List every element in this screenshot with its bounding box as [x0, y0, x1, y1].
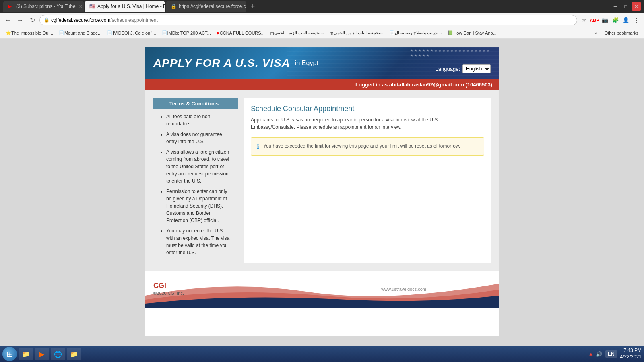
terms-item-3: A visa allows a foreign citizen coming f… [166, 148, 231, 185]
windows-icon: ⊞ [6, 349, 13, 359]
bookmark-arabic1-icon: m [270, 31, 274, 35]
tab-cgi[interactable]: 🔒 https://cgifederal.secure.force.co... … [166, 1, 246, 12]
info-box: ℹ You have exceeded the limit for viewin… [251, 137, 484, 156]
bookmark-imdb-label: IMDb: TOP 200 ACT... [167, 31, 211, 35]
cgi-favicon: 🔒 [171, 4, 176, 9]
taskbar-right: 🔺 🔊 EN 7:43 PM 4/22/2021 [588, 348, 642, 360]
footer-wave-svg [145, 272, 499, 308]
taskbar-folder[interactable]: 📁 [67, 348, 81, 360]
bookmark-arabic1-label: تجمعية الباب الزمن الجمي... [274, 30, 324, 35]
schedule-description: Applicants for U.S. visas are required t… [251, 116, 484, 131]
bookmark-arabic3-icon: 📄 [389, 30, 395, 35]
taskbar-language[interactable]: EN [605, 350, 617, 358]
footer-content: CGI ©2020 CGI Inc. [153, 282, 184, 296]
bookmark-howcan[interactable]: 📗 How Can I Stay Ano... [445, 29, 499, 37]
forward-button[interactable]: → [15, 15, 25, 25]
bookmark-arabic3[interactable]: 📄 تدريب واصلاح وصيانه ال... [387, 29, 444, 37]
terms-item-2: A visa does not guarantee entry into the… [166, 131, 231, 145]
tab-youtube-close[interactable]: ✕ [79, 4, 83, 9]
nav-actions: ☆ ABP 📷 🧩 👤 ⋮ [580, 16, 641, 25]
profile-icon[interactable]: 👤 [621, 16, 630, 25]
refresh-button[interactable]: ↻ [27, 15, 37, 25]
media-icon: ▶ [38, 350, 46, 358]
bookmark-ccna[interactable]: ▶ CCNA FULL COURS... [214, 29, 267, 37]
tab-visa-label: Apply for a U.S. Visa | Home - Eg... [97, 4, 165, 9]
bookmark-impossible-icon: ⭐ [6, 30, 11, 35]
bookmark-imdb[interactable]: 📄 IMDb: TOP 200 ACT... [159, 29, 213, 37]
abp-icon[interactable]: ABP [590, 16, 599, 25]
language-label: Language: [436, 66, 460, 72]
close-button[interactable]: ✕ [632, 2, 641, 11]
main-content: Terms & Conditions : All fees paid are n… [145, 90, 499, 272]
language-selector: Language: English [436, 64, 491, 73]
bookmark-cole-icon: 📄 [107, 30, 113, 35]
right-panel: Schedule Consular Appointment Applicants… [244, 98, 491, 263]
tab-visa[interactable]: 🇺🇸 Apply for a U.S. Visa | Home - Eg... … [85, 1, 165, 12]
page-container: ★★★★★ ★★★★★ ★★★★★ ★★★★★ ★★★★★ APPLY FOR … [145, 47, 499, 336]
new-tab-button[interactable]: + [247, 1, 258, 12]
taskbar-explorer[interactable]: 📁 [19, 348, 33, 360]
other-bookmarks[interactable]: Other bookmarks [602, 29, 641, 37]
site-footer: CGI ©2020 CGI Inc. www.ustraveldocs.com [145, 272, 499, 308]
menu-icon[interactable]: ⋮ [632, 16, 641, 25]
chrome-icon: 🌐 [54, 350, 62, 358]
bookmark-imdb-icon: 📄 [162, 30, 167, 35]
footer-copyright: ©2020 CGI Inc. [153, 291, 184, 296]
footer-url: www.ustraveldocs.com [381, 287, 426, 292]
bookmarks-bar: ⭐ The Impossible Qui... 📄 Mount and Blad… [0, 27, 644, 39]
bookmark-arabic2-label: تجمعية الباب الزمن الجمي... [334, 30, 384, 35]
bookmark-arabic2[interactable]: m تجمعية الباب الزمن الجمي... [327, 29, 386, 37]
folder-icon: 📁 [70, 350, 78, 358]
taskbar-media[interactable]: ▶ [35, 348, 49, 360]
extensions-icon[interactable]: 🧩 [611, 16, 620, 25]
taskbar-system-icons: 🔺 🔊 [588, 351, 602, 357]
terms-item-4: Permission to enter can only be given by… [166, 188, 231, 224]
maximize-button[interactable]: □ [621, 2, 630, 11]
site-title: APPLY FOR A U.S. VISA [153, 57, 290, 70]
bookmark-howcan-label: How Can I Stay Ano... [453, 31, 497, 35]
terms-header: Terms & Conditions : [153, 98, 238, 109]
bookmark-howcan-icon: 📗 [448, 30, 453, 35]
tab-youtube[interactable]: ▶ (3) Subscriptions - YouTube ✕ [3, 1, 84, 12]
browser-chrome: ▶ (3) Subscriptions - YouTube ✕ 🇺🇸 Apply… [0, 0, 644, 39]
taskbar-clock: 7:43 PM 4/22/2021 [620, 348, 642, 360]
more-bookmarks-button[interactable]: » [592, 29, 600, 37]
logged-in-bar: Logged in as abdallah.raslan92@gmail.com… [145, 79, 499, 90]
bookmark-arabic2-icon: m [330, 31, 333, 35]
language-dropdown[interactable]: English [462, 64, 491, 73]
terms-item-1: All fees paid are non-refundable. [166, 113, 231, 128]
bookmark-mountblade-icon: 📄 [59, 30, 64, 35]
minimize-button[interactable]: ─ [611, 2, 620, 11]
tab-youtube-label: (3) Subscriptions - YouTube [16, 4, 76, 9]
bookmark-cole[interactable]: 📄 [VIDEO] J. Cole on '... [105, 29, 158, 37]
window-controls: ─ □ ✕ [611, 2, 641, 11]
bookmark-arabic3-label: تدريب واصلاح وصيانه ال... [395, 30, 442, 35]
bookmark-star-icon[interactable]: ☆ [580, 16, 588, 25]
bookmark-impossible-label: The Impossible Qui... [11, 31, 53, 35]
logged-in-text: Logged in as abdallah.raslan92@gmail.com… [355, 82, 492, 88]
title-bar: ▶ (3) Subscriptions - YouTube ✕ 🇺🇸 Apply… [0, 0, 644, 13]
bookmark-ccna-label: CCNA FULL COURS... [220, 31, 265, 35]
youtube-favicon: ▶ [8, 4, 14, 9]
schedule-title: Schedule Consular Appointment [251, 105, 484, 113]
taskbar-time-value: 7:43 PM [620, 348, 642, 354]
bookmark-arabic1[interactable]: m تجمعية الباب الزمن الجمي... [268, 29, 327, 37]
bookmark-impossible[interactable]: ⭐ The Impossible Qui... [3, 29, 56, 37]
visa-favicon: 🇺🇸 [89, 4, 95, 9]
back-button[interactable]: ← [3, 15, 13, 25]
start-button[interactable]: ⊞ [2, 347, 17, 361]
terms-list: All fees paid are non-refundable. A visa… [153, 109, 238, 263]
bookmark-mountblade[interactable]: 📄 Mount and Blade... [56, 29, 104, 37]
explorer-icon: 📁 [22, 350, 30, 358]
taskbar-chrome[interactable]: 🌐 [51, 348, 65, 360]
info-message: You have exceeded the limit for viewing … [263, 142, 460, 150]
page-background: ★★★★★ ★★★★★ ★★★★★ ★★★★★ ★★★★★ APPLY FOR … [0, 39, 644, 344]
camera-icon[interactable]: 📷 [601, 16, 609, 25]
network-icon: 🔺 [588, 351, 594, 357]
address-domain: cgifederal.secure.force.com [51, 17, 110, 23]
site-subtitle: in Egypt [295, 60, 318, 67]
volume-icon: 🔊 [596, 351, 602, 357]
taskbar-date-value: 4/22/2021 [620, 354, 642, 360]
info-icon: ℹ [257, 143, 259, 150]
address-bar[interactable]: 🔒 cgifederal.secure.force.com /schedulea… [39, 15, 577, 25]
